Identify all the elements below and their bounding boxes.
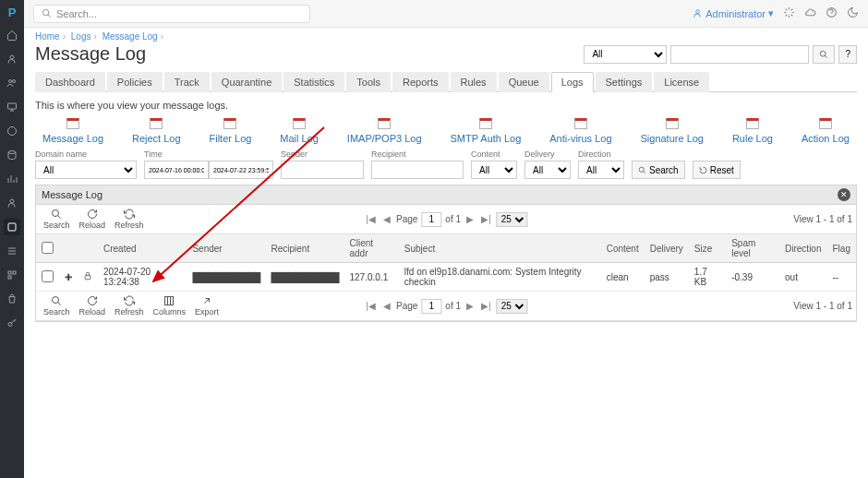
col-subject[interactable]: Subject [399, 234, 601, 263]
logtype-sig[interactable]: Signature Log [640, 118, 704, 144]
logtype-action[interactable]: Action Log [802, 118, 850, 144]
tab-track[interactable]: Track [164, 72, 210, 92]
nav-stats-icon[interactable] [4, 171, 20, 187]
col-size[interactable]: Size [689, 234, 726, 263]
logtype-message[interactable]: Message Log [42, 118, 103, 144]
tool-refresh[interactable]: Refresh [111, 207, 148, 232]
search-button[interactable]: Search [632, 161, 685, 179]
tool-reload-2[interactable]: Reload [76, 293, 110, 318]
col-spam[interactable]: Spam level [726, 234, 779, 263]
tab-rules[interactable]: Rules [451, 72, 497, 92]
tab-reports[interactable]: Reports [392, 72, 449, 92]
direction-select[interactable]: All [578, 161, 624, 179]
panel-close-icon[interactable]: ✕ [838, 188, 850, 201]
col-created[interactable]: Created [98, 234, 187, 263]
tool-refresh-2[interactable]: Refresh [111, 293, 148, 318]
tool-search[interactable]: Search [40, 207, 74, 232]
table-row[interactable]: ✚ 2024-07-20 13:24:38 ████████████ █████… [36, 263, 856, 292]
theme-icon[interactable] [847, 6, 859, 20]
tab-policies[interactable]: Policies [107, 72, 163, 92]
nav-wp-icon[interactable] [4, 123, 20, 139]
domain-select[interactable]: All [35, 161, 137, 179]
title-help-button[interactable]: ? [838, 45, 857, 64]
nav-key-icon[interactable] [4, 315, 20, 331]
logtype-filter[interactable]: Filter Log [210, 118, 252, 144]
page-prev-2[interactable]: ◀ [381, 301, 392, 311]
col-client[interactable]: Client addr [344, 234, 399, 263]
logtype-rule[interactable]: Rule Log [732, 118, 773, 144]
crumb-current[interactable]: Message Log [102, 31, 158, 42]
global-search[interactable]: Search... [33, 5, 310, 23]
logtype-smtp[interactable]: SMTP Auth Log [450, 118, 521, 144]
tab-settings[interactable]: Settings [596, 72, 653, 92]
sender-input[interactable] [281, 161, 364, 179]
reset-button[interactable]: Reset [693, 161, 741, 179]
delivery-select[interactable]: All [524, 161, 571, 179]
pagesize-select-2[interactable]: 25 [497, 299, 528, 314]
nav-active-icon[interactable] [4, 219, 20, 235]
row-checkbox[interactable] [42, 270, 54, 282]
calendar-icon [479, 118, 492, 129]
tool-export[interactable]: Export [191, 293, 223, 318]
page-next[interactable]: ▶ [464, 214, 476, 224]
logtype-av[interactable]: Anti-virus Log [549, 118, 611, 144]
crumb-home[interactable]: Home [35, 31, 60, 42]
tool-columns[interactable]: Columns [150, 293, 190, 318]
tab-tools[interactable]: Tools [346, 72, 391, 92]
tab-logs[interactable]: Logs [551, 72, 594, 92]
panel-title: Message Log [42, 189, 102, 200]
left-sidebar: P [0, 0, 24, 478]
col-direction[interactable]: Direction [779, 234, 826, 263]
help-icon[interactable] [826, 6, 838, 20]
time-to-input[interactable] [209, 161, 273, 179]
tab-quarantine[interactable]: Quarantine [211, 72, 282, 92]
nav-people-icon[interactable] [4, 51, 20, 67]
logo[interactable]: P [8, 6, 17, 19]
title-search-button[interactable] [813, 45, 835, 64]
page-prev[interactable]: ◀ [381, 214, 392, 224]
crumb-logs[interactable]: Logs [71, 31, 91, 42]
recipient-input[interactable] [371, 161, 464, 179]
svg-point-16 [639, 167, 644, 172]
nav-bag-icon[interactable] [4, 291, 20, 307]
nav-db-icon[interactable] [4, 147, 20, 163]
nav-home-icon[interactable] [4, 27, 20, 43]
nav-sliders-icon[interactable] [4, 243, 20, 259]
page-first[interactable]: |◀ [364, 214, 378, 224]
title-filter-select[interactable]: All [584, 45, 667, 64]
page-last[interactable]: ▶| [479, 214, 493, 224]
col-content[interactable]: Content [601, 234, 645, 263]
extensions-icon[interactable] [783, 6, 795, 20]
content-select[interactable]: All [471, 161, 517, 179]
page-next-2[interactable]: ▶ [464, 301, 476, 311]
col-delivery[interactable]: Delivery [645, 234, 689, 263]
page-first-2[interactable]: |◀ [364, 301, 378, 311]
logtype-mail[interactable]: Mail Log [280, 118, 319, 144]
nav-group-icon[interactable] [4, 75, 20, 91]
tab-statistics[interactable]: Statistics [283, 72, 344, 92]
tab-license[interactable]: License [654, 72, 709, 92]
pagesize-select[interactable]: 25 [497, 212, 528, 227]
title-search-input[interactable] [670, 45, 809, 64]
page-input-2[interactable] [421, 299, 441, 314]
col-flag[interactable]: Flag [827, 234, 857, 263]
page-last-2[interactable]: ▶| [479, 301, 493, 311]
cloud-icon[interactable] [804, 6, 816, 20]
tool-reload[interactable]: Reload [76, 207, 110, 232]
page-input[interactable] [421, 212, 441, 227]
logtype-imap[interactable]: IMAP/POP3 Log [347, 118, 422, 144]
select-all-checkbox[interactable] [42, 242, 54, 254]
nav-monitor-icon[interactable] [4, 99, 20, 115]
tab-dashboard[interactable]: Dashboard [35, 72, 105, 92]
expand-icon[interactable]: ✚ [65, 272, 72, 282]
hint-text: This is where you view your message logs… [35, 100, 857, 111]
tool-search-2[interactable]: Search [40, 293, 74, 318]
time-from-input[interactable] [144, 161, 209, 179]
nav-grid-icon[interactable] [4, 267, 20, 283]
col-sender[interactable]: Sender [187, 234, 265, 263]
col-recipient[interactable]: Recipient [265, 234, 344, 263]
logtype-reject[interactable]: Reject Log [132, 118, 181, 144]
tab-queue[interactable]: Queue [499, 72, 549, 92]
nav-user-icon[interactable] [4, 195, 20, 211]
admin-menu[interactable]: Administrator ▾ [693, 7, 774, 19]
